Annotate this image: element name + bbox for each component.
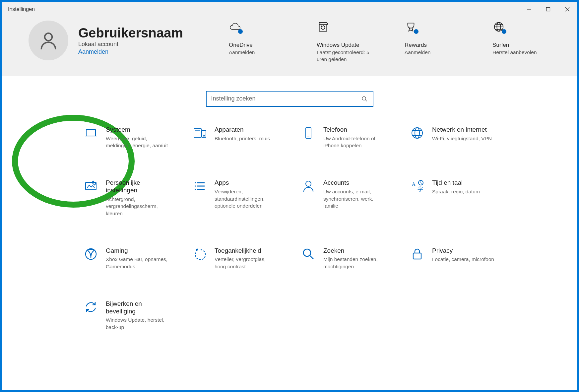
tile-sub: Aanmelden (229, 49, 255, 56)
tile-sub: Laatst gecontroleerd: 5 uren geleden (317, 49, 375, 63)
category-title: Telefoon (323, 126, 386, 134)
category-accessibility[interactable]: Toegankelijkheid Verteller, vergrootglas… (193, 247, 278, 270)
category-title: Zoeken (323, 247, 386, 255)
globe-icon (492, 21, 505, 33)
update-icon (317, 21, 329, 33)
window-controls (519, 2, 577, 17)
category-time-language[interactable]: A字 Tijd en taal Spraak, regio, datum (410, 179, 495, 217)
category-phone[interactable]: Telefoon Uw Android-telefoon of iPhone k… (301, 126, 386, 149)
update-security-icon (84, 300, 98, 314)
svg-rect-26 (86, 182, 96, 190)
username-label: Gebruikersnaam (78, 26, 183, 40)
category-personalization[interactable]: Persoonlijke instellingen Achtergrond, v… (84, 179, 169, 217)
svg-line-38 (421, 183, 422, 183)
svg-point-10 (362, 97, 366, 100)
svg-text:字: 字 (418, 186, 423, 192)
avatar (29, 21, 68, 60)
category-privacy[interactable]: Privacy Locatie, camera, microfoon (410, 247, 495, 270)
category-title: Netwerk en internet (432, 126, 492, 134)
category-subtitle: Bluetooth, printers, muis (215, 135, 270, 142)
category-subtitle: Wi-Fi, vliegtuigstand, VPN (432, 135, 492, 142)
header-tile-windows-update[interactable]: Windows Update Laatst gecontroleerd: 5 u… (317, 21, 375, 63)
category-search[interactable]: Zoeken Mijn bestanden zoeken, machtiging… (301, 247, 386, 270)
svg-point-39 (86, 249, 96, 259)
category-subtitle: Verwijderen, standaardinstellingen, opti… (215, 188, 278, 210)
header-tiles: OneDrive Aanmelden Windows Update Laatst… (229, 21, 550, 63)
search-input[interactable] (211, 95, 361, 102)
svg-point-33 (306, 181, 311, 186)
svg-point-40 (303, 249, 311, 256)
content-area: Systeem Weergave, geluid, meldingen, ene… (2, 76, 577, 390)
svg-rect-42 (413, 253, 421, 259)
globe-icon (410, 126, 424, 140)
profile-block[interactable]: Gebruikersnaam Lokaal account Aanmelden (29, 21, 183, 60)
svg-rect-1 (547, 8, 550, 11)
tile-title: OneDrive (229, 42, 253, 48)
profile-text: Gebruikersnaam Lokaal account Aanmelden (78, 26, 183, 55)
category-subtitle: Spraak, regio, datum (432, 188, 480, 195)
category-title: Tijd en taal (432, 179, 480, 187)
account-type-label: Lokaal account (78, 41, 183, 48)
tile-sub: Herstel aanbevolen (492, 49, 537, 56)
category-title: Toegankelijkheid (215, 247, 278, 255)
category-title: Persoonlijke instellingen (106, 179, 169, 194)
category-gaming[interactable]: Gaming Xbox Game Bar, opnames, Gamemodus (84, 247, 169, 270)
signin-link[interactable]: Aanmelden (78, 48, 108, 55)
search-box[interactable] (206, 91, 373, 107)
phone-icon (301, 126, 315, 140)
accessibility-icon (193, 247, 207, 261)
cloud-icon (229, 21, 241, 33)
apps-icon (193, 179, 207, 193)
tile-title: Windows Update (317, 42, 359, 48)
time-language-icon: A字 (410, 179, 424, 193)
category-subtitle: Uw Android-telefoon of iPhone koppelen (323, 135, 386, 149)
header-tile-rewards[interactable]: Rewards Aanmelden (405, 21, 463, 56)
category-devices[interactable]: Apparaten Bluetooth, printers, muis (193, 126, 278, 149)
laptop-icon (84, 126, 98, 140)
category-subtitle: Uw accounts, e-mail, synchroniseren, wer… (323, 188, 386, 210)
close-button[interactable] (558, 2, 577, 17)
category-title: Bijwerken en beveiliging (106, 300, 169, 315)
svg-point-4 (45, 33, 52, 40)
header-panel: Gebruikersnaam Lokaal account Aanmelden … (2, 17, 577, 76)
privacy-icon (410, 247, 424, 261)
minimize-button[interactable] (519, 2, 539, 17)
category-subtitle: Locatie, camera, microfoon (432, 256, 494, 263)
maximize-button[interactable] (539, 2, 558, 17)
header-tile-surfing[interactable]: Surfen Herstel aanbevolen (492, 21, 550, 56)
svg-point-16 (203, 135, 205, 136)
settings-window: Instellingen Gebruikersnaam L (2, 2, 577, 390)
titlebar: Instellingen (2, 2, 577, 17)
category-system[interactable]: Systeem Weergave, geluid, meldingen, ene… (84, 126, 169, 149)
personalize-icon (84, 179, 98, 193)
devices-icon (193, 126, 207, 140)
category-apps[interactable]: Apps Verwijderen, standaardinstellingen,… (193, 179, 278, 217)
accounts-icon (301, 179, 315, 193)
rewards-icon (405, 21, 417, 33)
category-title: Gaming (106, 247, 169, 255)
search-wrap (29, 91, 550, 107)
category-update-security[interactable]: Bijwerken en beveiliging Windows Update,… (84, 300, 169, 331)
svg-text:A: A (412, 181, 416, 187)
search-icon[interactable] (361, 95, 368, 102)
svg-rect-12 (86, 129, 96, 136)
header-tile-onedrive[interactable]: OneDrive Aanmelden (229, 21, 287, 56)
gaming-icon (84, 247, 98, 261)
category-title: Privacy (432, 247, 494, 255)
category-accounts[interactable]: Accounts Uw accounts, e-mail, synchronis… (301, 179, 386, 217)
window-title: Instellingen (8, 6, 35, 12)
category-subtitle: Weergave, geluid, meldingen, energie, aa… (106, 135, 169, 149)
svg-line-41 (310, 256, 313, 259)
category-grid: Systeem Weergave, geluid, meldingen, ene… (84, 126, 495, 331)
category-subtitle: Verteller, vergrootglas, hoog contrast (215, 256, 278, 270)
user-icon (38, 30, 59, 51)
svg-rect-14 (194, 129, 201, 137)
status-badge-icon (238, 29, 243, 34)
category-title: Systeem (106, 126, 169, 134)
category-network[interactable]: Netwerk en internet Wi-Fi, vliegtuigstan… (410, 126, 495, 149)
search-icon (301, 247, 315, 261)
tile-sub: Aanmelden (405, 49, 430, 56)
category-subtitle: Mijn bestanden zoeken, machtigingen (323, 256, 386, 270)
tile-title: Rewards (405, 42, 427, 48)
category-title: Accounts (323, 179, 386, 187)
